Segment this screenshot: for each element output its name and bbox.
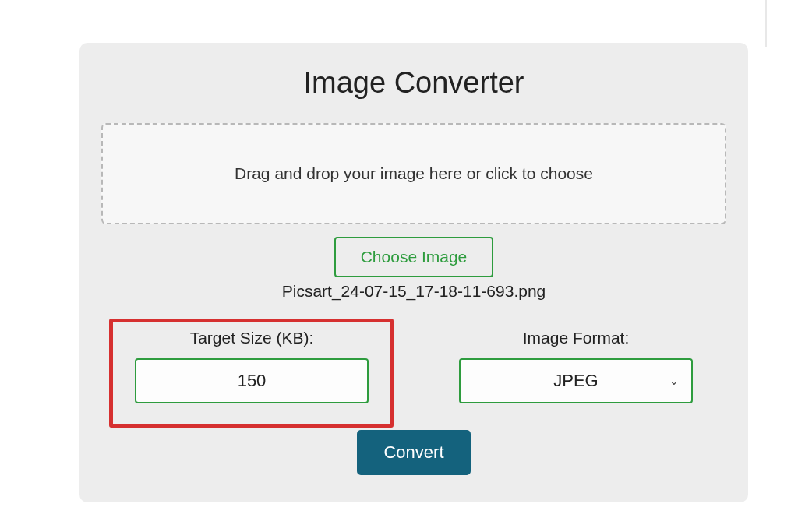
page-title: Image Converter [101,66,726,100]
divider-line [765,0,767,47]
target-size-label: Target Size (KB): [190,329,314,347]
choose-image-button[interactable]: Choose Image [334,237,494,277]
convert-button[interactable]: Convert [357,430,470,475]
image-format-select[interactable]: JPEG ⌄ [459,358,693,403]
target-size-input[interactable]: 150 [135,358,369,403]
image-format-value: JPEG [553,371,598,391]
selected-filename: Picsart_24-07-15_17-18-11-693.png [101,282,726,301]
chevron-down-icon: ⌄ [669,375,679,387]
dropzone[interactable]: Drag and drop your image here or click t… [101,123,726,224]
target-size-group: Target Size (KB): 150 [125,329,379,403]
dropzone-text: Drag and drop your image here or click t… [235,164,593,183]
image-format-group: Image Format: JPEG ⌄ [449,329,703,403]
converter-panel: Image Converter Drag and drop your image… [79,43,748,502]
image-format-label: Image Format: [523,329,630,347]
